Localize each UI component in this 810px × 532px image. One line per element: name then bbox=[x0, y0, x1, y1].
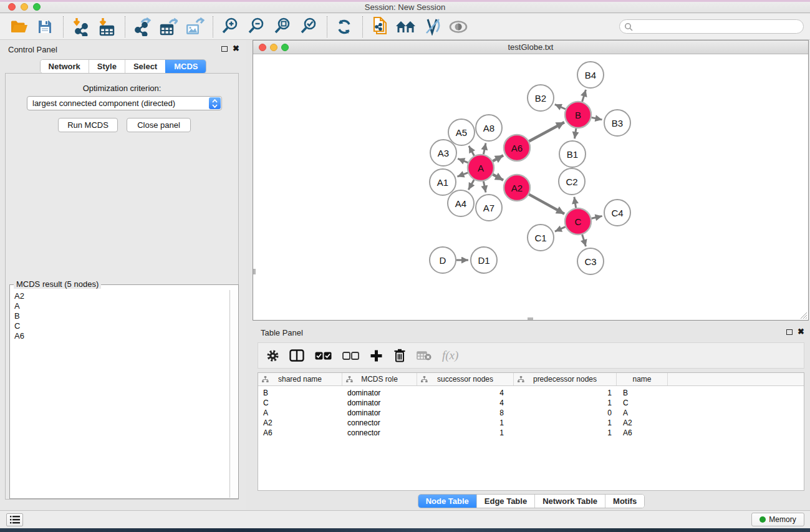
search-input[interactable] bbox=[633, 21, 803, 32]
zoom-fit-icon[interactable] bbox=[271, 16, 294, 37]
function-builder-label[interactable]: f(x) bbox=[442, 349, 458, 362]
import-table-icon[interactable] bbox=[95, 16, 118, 37]
table-cell[interactable]: 1 bbox=[514, 398, 617, 408]
column-header-mcds-role[interactable]: MCDS role bbox=[342, 373, 417, 385]
graph-edge-C-C3[interactable] bbox=[582, 235, 586, 246]
run-mcds-button[interactable]: Run MCDS bbox=[58, 118, 118, 132]
graph-node-B2[interactable]: B2 bbox=[528, 85, 554, 111]
column-selector-icon[interactable] bbox=[289, 349, 304, 362]
network-window-titlebar[interactable]: testGlobe.txt bbox=[253, 41, 808, 54]
graph-node-A4[interactable]: A4 bbox=[448, 190, 474, 216]
table-cell[interactable]: 0 bbox=[514, 408, 617, 418]
result-scrollbar[interactable] bbox=[229, 290, 238, 498]
table-cell[interactable]: connector bbox=[342, 418, 417, 428]
table-cell[interactable]: 8 bbox=[417, 408, 514, 418]
table-row[interactable]: Bdominator41B bbox=[258, 388, 804, 398]
zoom-out-icon[interactable] bbox=[245, 16, 268, 37]
vertical-scroll-mark[interactable] bbox=[253, 269, 256, 274]
graph-edge-A-A3[interactable] bbox=[458, 158, 468, 162]
graph-edge-A2-C[interactable] bbox=[529, 195, 564, 214]
graph-edge-A-A6[interactable] bbox=[493, 155, 503, 161]
close-panel-icon[interactable]: ✖ bbox=[233, 44, 239, 53]
tab-edge-table[interactable]: Edge Table bbox=[476, 495, 534, 508]
graph-edge-B-B3[interactable] bbox=[592, 117, 602, 120]
column-header-name[interactable]: name bbox=[617, 373, 668, 385]
network-graph[interactable]: AA1A2A3A4A5A6A7A8BB1B2B3B4CC1C2C3C4DD1 bbox=[253, 54, 808, 320]
table-cell[interactable]: A bbox=[258, 408, 342, 418]
refresh-icon[interactable] bbox=[333, 16, 355, 37]
annotations-icon[interactable] bbox=[421, 16, 443, 37]
graph-edge-A-A1[interactable] bbox=[457, 173, 468, 177]
column-header-shared-name[interactable]: shared name bbox=[258, 373, 342, 385]
table-row[interactable]: Adominator80A bbox=[258, 408, 804, 418]
graph-node-C[interactable]: C bbox=[565, 208, 591, 235]
result-item[interactable]: A bbox=[12, 301, 228, 311]
select-all-checkboxes-icon[interactable] bbox=[315, 352, 332, 360]
tab-node-table[interactable]: Node Table bbox=[418, 495, 476, 508]
show-panels-list-button[interactable] bbox=[6, 513, 23, 526]
table-cell[interactable]: dominator bbox=[342, 388, 417, 398]
table-cell[interactable]: connector bbox=[342, 428, 417, 438]
table-cell[interactable]: C bbox=[617, 398, 668, 408]
graph-node-C1[interactable]: C1 bbox=[528, 225, 554, 251]
table-cell[interactable]: 1 bbox=[514, 418, 617, 428]
save-session-icon[interactable] bbox=[34, 16, 56, 37]
graph-edge-C-C4[interactable] bbox=[592, 216, 602, 218]
table-cell[interactable]: dominator bbox=[342, 398, 417, 408]
deselect-all-checkboxes-icon[interactable] bbox=[342, 352, 359, 360]
show-graphics-details-eye-icon[interactable] bbox=[447, 16, 470, 37]
graph-node-A8[interactable]: A8 bbox=[476, 115, 502, 141]
result-item[interactable]: B bbox=[12, 311, 228, 321]
table-cell[interactable]: 4 bbox=[417, 388, 514, 398]
graph-edge-A-A4[interactable] bbox=[468, 180, 474, 190]
network-canvas[interactable]: AA1A2A3A4A5A6A7A8BB1B2B3B4CC1C2C3C4DD1 bbox=[253, 54, 808, 320]
graph-edge-A-A8[interactable] bbox=[483, 143, 486, 155]
graph-node-A2[interactable]: A2 bbox=[504, 175, 530, 201]
new-session-from-network-icon[interactable] bbox=[369, 16, 391, 37]
add-column-icon[interactable] bbox=[370, 349, 383, 362]
table-row[interactable]: A6connector11A6 bbox=[258, 428, 804, 438]
graph-edge-A-A7[interactable] bbox=[483, 181, 486, 193]
table-cell[interactable]: dominator bbox=[342, 408, 417, 418]
horizontal-scroll-mark[interactable] bbox=[528, 317, 533, 320]
graph-node-B1[interactable]: B1 bbox=[559, 141, 586, 167]
graph-node-B[interactable]: B bbox=[565, 102, 591, 128]
table-cell[interactable]: 1 bbox=[514, 388, 617, 398]
close-panel-button[interactable]: Close panel bbox=[127, 118, 191, 132]
graph-edge-A-A2[interactable] bbox=[493, 175, 503, 180]
open-file-icon[interactable] bbox=[7, 16, 30, 37]
table-cell[interactable]: A6 bbox=[617, 428, 668, 438]
optimization-criterion-select[interactable]: largest connected component (directed) bbox=[27, 96, 222, 110]
tab-motifs[interactable]: Motifs bbox=[605, 495, 644, 508]
table-cell[interactable]: A2 bbox=[258, 418, 342, 428]
search-field[interactable] bbox=[619, 19, 804, 34]
select-stepper-icon[interactable] bbox=[209, 97, 221, 109]
import-network-icon[interactable] bbox=[69, 16, 92, 37]
table-options-gear-icon[interactable] bbox=[267, 350, 279, 362]
table-cell[interactable]: B bbox=[258, 388, 342, 398]
graph-edge-A-A5[interactable] bbox=[469, 146, 475, 156]
export-image-icon[interactable] bbox=[183, 16, 206, 37]
graph-node-D[interactable]: D bbox=[430, 247, 456, 273]
graph-node-A1[interactable]: A1 bbox=[430, 169, 456, 195]
table-cell[interactable]: 4 bbox=[417, 398, 514, 408]
delete-column-icon[interactable] bbox=[393, 349, 406, 362]
tab-select[interactable]: Select bbox=[125, 60, 165, 73]
export-table-icon[interactable] bbox=[157, 16, 180, 37]
graph-node-B4[interactable]: B4 bbox=[577, 62, 604, 88]
graph-edge-A6-B[interactable] bbox=[529, 122, 564, 142]
zoom-in-icon[interactable] bbox=[219, 16, 241, 37]
result-item[interactable]: A6 bbox=[12, 331, 228, 341]
graph-edge-B-B4[interactable] bbox=[582, 90, 586, 102]
graph-node-A[interactable]: A bbox=[468, 155, 494, 181]
close-table-panel-icon[interactable]: ✖ bbox=[798, 327, 804, 336]
table-cell[interactable]: A2 bbox=[617, 418, 668, 428]
graph-node-B3[interactable]: B3 bbox=[604, 110, 630, 136]
column-header-successor-nodes[interactable]: successor nodes bbox=[417, 373, 514, 385]
graph-node-D1[interactable]: D1 bbox=[471, 247, 497, 273]
table-row[interactable]: A2connector11A2 bbox=[258, 418, 804, 428]
table-row[interactable]: Cdominator41C bbox=[258, 398, 804, 408]
home-icon[interactable] bbox=[395, 16, 417, 37]
table-cell[interactable]: A bbox=[617, 408, 668, 418]
delete-table-icon[interactable] bbox=[417, 351, 432, 360]
